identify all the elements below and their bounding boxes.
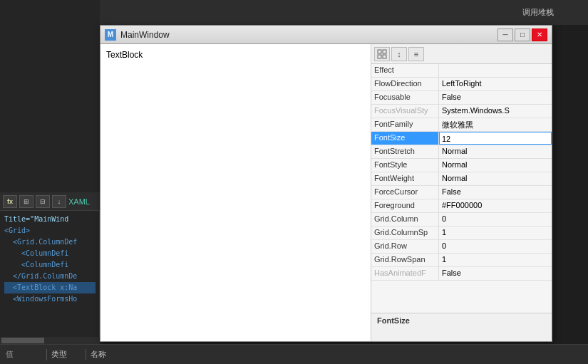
prop-value: False: [439, 91, 552, 104]
prop-value: [439, 64, 552, 77]
prop-row[interactable]: FontWeightNormal: [371, 172, 552, 186]
prop-row[interactable]: Grid.Row0: [371, 240, 552, 254]
prop-name: FontStretch: [371, 145, 439, 158]
props-sort-btn[interactable]: ↕: [391, 47, 407, 61]
prop-value: 0: [439, 213, 552, 226]
prop-row[interactable]: FontFamily微软雅黑: [371, 118, 552, 132]
prop-value: 0: [439, 240, 552, 253]
description-label: FontSize: [377, 316, 410, 325]
grid-icon: [377, 49, 387, 59]
prop-row[interactable]: ForceCursorFalse: [371, 186, 552, 199]
close-button[interactable]: ✕: [532, 28, 547, 41]
main-window: M MainWindow ─ □ ✕ TextBlock: [100, 25, 552, 342]
sort-icon: ↕: [397, 50, 401, 58]
callstack-tab-label: 调用堆栈: [522, 7, 554, 18]
prop-name: Focusable: [371, 91, 439, 104]
prop-name: FocusVisualSty: [371, 105, 439, 118]
prop-row[interactable]: FlowDirectionLeftToRight: [371, 78, 552, 91]
prop-name: ForceCursor: [371, 186, 439, 199]
prop-value: Normal: [439, 172, 552, 185]
code-line: <Grid>: [4, 225, 96, 236]
svg-rect-3: [383, 55, 386, 58]
bottom-separator-2: [86, 349, 86, 360]
prop-value: Normal: [439, 145, 552, 158]
window-icon: M: [105, 29, 116, 41]
fx-button[interactable]: fx: [3, 195, 17, 208]
prop-row[interactable]: HasAnimatedFFalse: [371, 267, 552, 281]
prop-name: Grid.Column: [371, 213, 439, 226]
xaml-label: XAML: [68, 197, 90, 206]
props-toolbar: ↕ ≡: [371, 44, 552, 64]
list-icon: ≡: [414, 50, 418, 58]
prop-row[interactable]: FontSize: [371, 132, 552, 145]
code-scrollbar[interactable]: [0, 337, 100, 344]
code-toolbar: fx ⊞ ⊟ ↓ XAML: [0, 192, 100, 211]
bottom-separator-1: [46, 349, 47, 360]
prop-value: 1: [439, 227, 552, 239]
prop-name: FontWeight: [371, 172, 439, 185]
bottom-bar-value-label: 值: [6, 349, 14, 360]
title-bar: M MainWindow ─ □ ✕: [100, 26, 552, 44]
left-sidebar: fx ⊞ ⊟ ↓ XAML Title="MainWind <Grid> <Gr…: [0, 0, 100, 364]
prop-name: FontSize: [371, 132, 439, 145]
svg-rect-0: [378, 50, 381, 53]
prop-row[interactable]: FontStyleNormal: [371, 159, 552, 172]
window-content: TextBlock ↕ ≡: [100, 44, 552, 341]
arrow-button[interactable]: ↓: [52, 195, 66, 208]
code-line: </Grid.ColumnDe: [4, 271, 96, 282]
grid-button[interactable]: ⊞: [19, 195, 33, 208]
props-grid-btn[interactable]: [374, 47, 390, 61]
prop-row[interactable]: Foreground#FF000000: [371, 199, 552, 213]
top-area: 调用堆栈: [100, 0, 588, 25]
code-line: <ColumnDefi: [4, 259, 96, 271]
prop-name: FlowDirection: [371, 78, 439, 90]
prop-row[interactable]: Grid.ColumnSp1: [371, 227, 552, 240]
code-line-selected: <TextBlock x:Na: [4, 282, 96, 293]
svg-rect-2: [378, 55, 381, 58]
preview-area: TextBlock: [100, 44, 371, 341]
props-table[interactable]: EffectFlowDirectionLeftToRightFocusableF…: [371, 64, 552, 313]
prop-name: Grid.Row: [371, 240, 439, 253]
prop-value: #FF000000: [439, 199, 552, 212]
prop-name: FontStyle: [371, 159, 439, 172]
textblock-element: TextBlock: [106, 50, 143, 60]
code-line: <ColumnDefi: [4, 248, 96, 259]
prop-row[interactable]: FocusVisualStySystem.Windows.S: [371, 105, 552, 118]
code-line: Title="MainWind: [4, 214, 96, 225]
code-content: Title="MainWind <Grid> <Grid.ColumnDef <…: [0, 211, 100, 308]
maximize-button[interactable]: □: [515, 28, 530, 41]
prop-name: FontFamily: [371, 118, 439, 131]
prop-row[interactable]: FocusableFalse: [371, 91, 552, 105]
prop-name: Foreground: [371, 199, 439, 212]
props-description: FontSize: [371, 313, 552, 341]
prop-value: 1: [439, 254, 552, 266]
prop-value[interactable]: [439, 132, 552, 145]
split-button[interactable]: ⊟: [36, 195, 50, 208]
prop-value: Normal: [439, 159, 552, 172]
prop-row[interactable]: Grid.Column0: [371, 213, 552, 227]
bottom-bar-name-label: 名称: [91, 349, 106, 360]
code-line: <Grid.ColumnDef: [4, 236, 96, 248]
prop-row[interactable]: Grid.RowSpan1: [371, 254, 552, 267]
minimize-button[interactable]: ─: [497, 28, 513, 41]
code-line: <WindowsFormsHo: [4, 293, 96, 305]
prop-value: False: [439, 186, 552, 199]
bottom-bar-type-label: 类型: [51, 349, 67, 360]
props-list-btn[interactable]: ≡: [408, 47, 424, 61]
prop-row[interactable]: FontStretchNormal: [371, 145, 552, 159]
bottom-bar: 值 类型 名称: [0, 344, 588, 364]
svg-rect-1: [383, 50, 386, 53]
prop-value: False: [439, 267, 552, 280]
prop-row[interactable]: Effect: [371, 64, 552, 78]
properties-panel: ↕ ≡ EffectFlowDirectionLeftToRightFocusa…: [371, 44, 552, 341]
prop-name: Grid.ColumnSp: [371, 227, 439, 239]
prop-name: HasAnimatedF: [371, 267, 439, 280]
window-title: MainWindow: [120, 30, 497, 40]
title-bar-buttons: ─ □ ✕: [497, 28, 547, 41]
props-rows: EffectFlowDirectionLeftToRightFocusableF…: [371, 64, 552, 281]
prop-name: Grid.RowSpan: [371, 254, 439, 266]
prop-value: LeftToRight: [439, 78, 552, 90]
prop-value-input[interactable]: [442, 133, 549, 144]
prop-name: Effect: [371, 64, 439, 77]
prop-value: 微软雅黑: [439, 118, 552, 131]
